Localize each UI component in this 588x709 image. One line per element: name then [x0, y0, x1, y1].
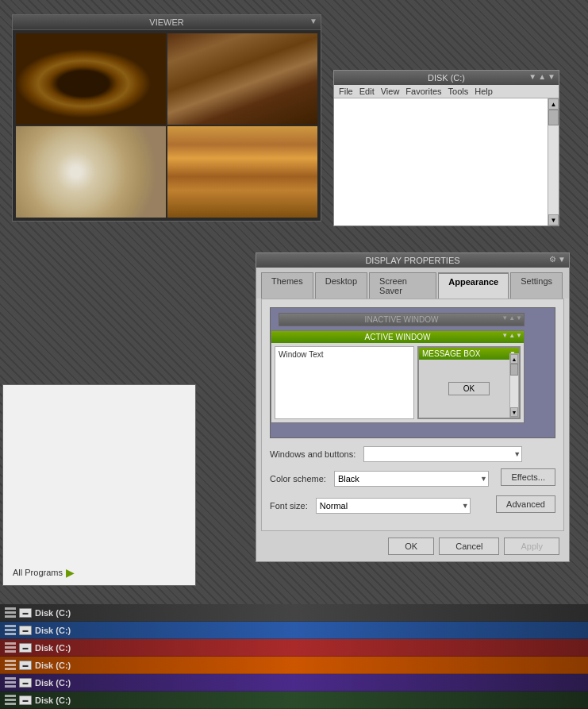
disk-menu-help[interactable]: Help [475, 87, 493, 96]
all-programs-row[interactable]: All Programs ▶ [13, 566, 75, 579]
disk-menu-file[interactable]: File [339, 87, 353, 96]
display-props-close-btn[interactable]: ▼ [558, 255, 566, 264]
taskbar-bars-4 [3, 658, 17, 672]
inactive-window-preview: INACTIVE WINDOW ▼ ▲ ▼ [279, 313, 525, 326]
taskbar-row-1[interactable]: ▬ Disk (C:) [0, 604, 588, 622]
taskbar-bar-line [5, 664, 16, 666]
tab-settings[interactable]: Settings [510, 272, 563, 299]
scroll-thumb[interactable] [548, 110, 559, 125]
taskbar-bar-line [5, 611, 16, 614]
disk-titlebar: DISK (C:) ▼ ▲ ▼ [334, 71, 559, 85]
preview-scrollbar[interactable]: ▲ ▼ [509, 353, 519, 418]
footer-ok-button[interactable]: OK [388, 538, 434, 555]
taskbar-bar-line [5, 642, 16, 645]
advanced-button[interactable]: Advanced [496, 495, 555, 513]
preview-scroll-track [510, 364, 518, 407]
taskbar-disk-icon-2: ▬ [19, 626, 32, 635]
scroll-down-btn[interactable]: ▼ [548, 214, 559, 225]
disk-menubar: File Edit View Favorites Tools Help [334, 85, 559, 98]
message-box-title: MESSAGE BOX [422, 349, 480, 358]
disk-title: DISK (C:) [428, 73, 465, 83]
disk-menu-edit[interactable]: Edit [359, 87, 375, 96]
taskbar-row-2[interactable]: ▬ Disk (C:) [0, 622, 588, 639]
all-programs-arrow-icon: ▶ [66, 566, 75, 579]
taskbar-disk-icon-4: ▬ [19, 661, 32, 670]
message-box-body: OK [419, 360, 519, 418]
footer-cancel-button[interactable]: Cancel [439, 538, 499, 555]
taskbar-bars-5 [3, 676, 17, 689]
font-size-label: Font size: [270, 501, 308, 511]
scroll-track [548, 110, 559, 214]
preview-scroll-down[interactable]: ▼ [510, 407, 518, 417]
viewer-window: VIEWER ▼ [12, 14, 321, 222]
disk-window-buttons: ▼ ▲ ▼ [528, 72, 555, 81]
taskbar: ▬ Disk (C:) ▬ Disk (C:) ▬ [0, 604, 588, 709]
windows-buttons-select[interactable] [363, 446, 522, 462]
viewer-cell-bottom-right [167, 126, 317, 218]
tab-themes[interactable]: Themes [261, 272, 313, 299]
tab-appearance[interactable]: Appearance [438, 272, 509, 299]
taskbar-icon-group-3: ▬ Disk (C:) [0, 641, 74, 654]
viewer-minimize-btn[interactable]: ▼ [309, 17, 317, 25]
disk-menu-favorites[interactable]: Favorites [405, 87, 441, 96]
taskbar-disk-icon-1: ▬ [19, 608, 32, 618]
taskbar-row-4[interactable]: ▬ Disk (C:) [0, 657, 588, 674]
taskbar-bar-line [5, 646, 16, 649]
taskbar-bar-line [5, 650, 16, 653]
taskbar-bar-line [5, 703, 16, 705]
taskbar-disk-icon-5: ▬ [19, 678, 32, 688]
viewer-cell-top-left [16, 33, 166, 125]
inactive-close-btn: ▼ [516, 314, 522, 322]
active-max-btn: ▲ [509, 332, 515, 339]
disk-minimize-btn[interactable]: ▼ [528, 72, 536, 81]
font-size-select[interactable]: Normal [316, 498, 471, 514]
taskbar-bar-line [5, 625, 16, 627]
scroll-up-btn[interactable]: ▲ [548, 98, 559, 110]
font-size-select-wrapper: Normal ▼ [316, 498, 471, 514]
tabs-row: Themes Desktop Screen Saver Appearance S… [256, 268, 569, 299]
display-footer: OK Cancel Apply [256, 531, 569, 561]
taskbar-row-5[interactable]: ▬ Disk (C:) [0, 674, 588, 692]
preview-scroll-thumb[interactable] [510, 364, 518, 376]
windows-buttons-select-wrapper: ▼ [363, 446, 522, 462]
effects-button[interactable]: Effects... [501, 468, 555, 486]
display-body: INACTIVE WINDOW ▼ ▲ ▼ ACTIVE WINDOW ▼ ▲ … [261, 299, 564, 531]
disk-menu-view[interactable]: View [381, 87, 400, 96]
display-props-title: DISPLAY PROPERTIES [365, 256, 459, 265]
viewer-titlebar: VIEWER ▼ [13, 15, 321, 30]
taskbar-bar-line [5, 699, 16, 701]
tab-desktop[interactable]: Desktop [315, 272, 367, 299]
message-ok-btn[interactable]: OK [448, 382, 490, 395]
taskbar-icon-group-4: ▬ Disk (C:) [0, 658, 74, 672]
taskbar-bar-line [5, 668, 16, 670]
display-props-settings-btn[interactable]: ⚙ [549, 255, 556, 264]
display-properties-titlebar: DISPLAY PROPERTIES ⚙ ▼ [256, 253, 569, 268]
preview-scroll-up[interactable]: ▲ [510, 354, 518, 364]
color-scheme-select-wrapper: Black ▼ [334, 471, 489, 487]
color-scheme-select[interactable]: Black [334, 471, 489, 487]
taskbar-bars-3 [3, 641, 17, 654]
window-text-label: Window Text [279, 350, 324, 359]
taskbar-label-5: Disk (C:) [33, 678, 71, 688]
active-titlebar-preview: ACTIVE WINDOW ▼ ▲ ▼ [271, 331, 524, 343]
disk-restore-btn[interactable]: ▲ [538, 72, 546, 81]
disk-scrollbar[interactable]: ▲ ▼ [548, 98, 559, 225]
appearance-form: Windows and buttons: ▼ Color scheme: Bla… [270, 446, 555, 516]
viewer-cell-top-right [167, 33, 317, 125]
taskbar-label-3: Disk (C:) [33, 643, 71, 653]
taskbar-bar-line [5, 695, 16, 697]
taskbar-bar-line [5, 615, 16, 618]
disk-menu-tools[interactable]: Tools [448, 87, 469, 96]
taskbar-bar-line [5, 677, 16, 680]
donut-image-1 [16, 33, 166, 125]
disk-close-btn[interactable]: ▼ [548, 72, 555, 81]
start-panel-body: All Programs ▶ [3, 385, 195, 585]
footer-apply-button[interactable]: Apply [504, 538, 559, 555]
tab-screensaver[interactable]: Screen Saver [369, 272, 436, 299]
donut-image-2 [167, 33, 317, 125]
inactive-min-btn: ▼ [502, 314, 508, 322]
window-text-area: Window Text [275, 346, 414, 419]
windows-buttons-label: Windows and buttons: [270, 449, 355, 459]
taskbar-row-6[interactable]: ▬ Disk (C:) [0, 692, 588, 709]
taskbar-row-3[interactable]: ▬ Disk (C:) [0, 639, 588, 657]
